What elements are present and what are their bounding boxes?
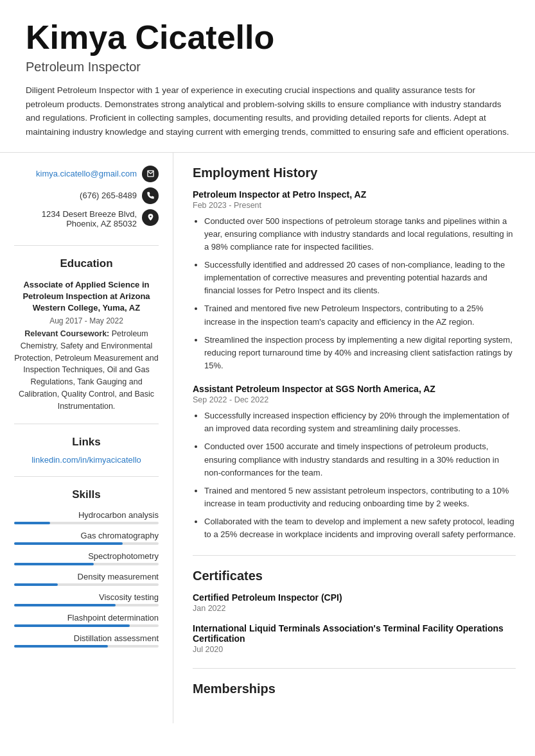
skill-bar-bg — [14, 542, 159, 545]
bullet-item: Collaborated with the team to develop an… — [204, 515, 516, 541]
skill-bar-fill — [14, 522, 50, 524]
content: Employment History Petroleum Inspector a… — [173, 153, 535, 724]
bullet-item: Trained and mentored five new Petroleum … — [204, 302, 516, 328]
skill-bar-fill — [14, 624, 130, 627]
skill-name: Hydrocarbon analysis — [14, 510, 159, 520]
cert-entry: Certified Petroleum Inspector (CPI) Jan … — [193, 592, 516, 613]
email-link[interactable]: kimya.cicatello@gmail.com — [36, 169, 137, 178]
cert-name: International Liquid Terminals Associati… — [193, 623, 516, 644]
education-title: Education — [14, 257, 159, 270]
coursework-label: Relevant Coursework: — [24, 329, 109, 338]
certificates-title: Certificates — [193, 569, 516, 583]
skill-bar-bg — [14, 563, 159, 565]
job-entry: Petroleum Inspector at Petro Inspect, AZ… — [193, 189, 516, 373]
bullet-item: Conducted over 1500 accurate and timely … — [204, 440, 516, 479]
memberships-section: Memberships — [193, 682, 516, 696]
address-text: 1234 Desert Breeze Blvd, Phoenix, AZ 850… — [42, 209, 137, 228]
summary-text: Diligent Petroleum Inspector with 1 year… — [26, 83, 509, 139]
job-entry: Assistant Petroleum Inspector at SGS Nor… — [193, 384, 516, 541]
skill-bar-bg — [14, 645, 159, 648]
location-icon — [142, 209, 159, 226]
cert-name: Certified Petroleum Inspector (CPI) — [193, 592, 516, 603]
skill-bar-fill — [14, 583, 58, 586]
job-bullets: Successfully increased inspection effici… — [193, 409, 516, 541]
edu-degree: Associate of Applied Science in Petroleu… — [14, 279, 159, 314]
linkedin-item: linkedin.com/in/kimyacicatello — [14, 455, 159, 465]
skill-bar-fill — [14, 604, 116, 606]
cert-entry: International Liquid Terminals Associati… — [193, 623, 516, 654]
skill-name: Spectrophotometry — [14, 551, 159, 561]
skill-name: Gas chromatography — [14, 531, 159, 540]
job-bullets: Conducted over 500 inspections of petrol… — [193, 215, 516, 373]
divider-2 — [193, 668, 516, 669]
skill-bar-bg — [14, 624, 159, 627]
email-item: kimya.cicatello@gmail.com — [14, 166, 159, 182]
address-item: 1234 Desert Breeze Blvd, Phoenix, AZ 850… — [14, 209, 159, 228]
links-block: Links linkedin.com/in/kimyacicatello — [14, 436, 159, 477]
linkedin-link[interactable]: linkedin.com/in/kimyacicatello — [31, 455, 141, 465]
contact-block: kimya.cicatello@gmail.com (676) 265-8489… — [14, 166, 159, 246]
phone-text: (676) 265-8489 — [80, 191, 137, 200]
skills-block: Skills Hydrocarbon analysis Gas chromato… — [14, 488, 159, 648]
skill-bar-bg — [14, 604, 159, 606]
employment-section: Employment History Petroleum Inspector a… — [193, 166, 516, 542]
skill-bar-bg — [14, 522, 159, 524]
email-icon — [142, 166, 159, 182]
skill-bar-fill — [14, 563, 94, 565]
top-section: Kimya Cicatello Petroleum Inspector Dili… — [0, 0, 535, 153]
cert-date: Jul 2020 — [193, 645, 516, 654]
phone-icon — [142, 187, 159, 204]
skill-item: Gas chromatography — [14, 531, 159, 545]
divider-1 — [193, 555, 516, 556]
skills-title: Skills — [14, 488, 159, 501]
skill-item: Viscosity testing — [14, 592, 159, 606]
skill-bar-fill — [14, 645, 108, 648]
coursework-text: Petroleum Chemistry, Safety and Environm… — [14, 329, 158, 411]
jobs-list: Petroleum Inspector at Petro Inspect, AZ… — [193, 189, 516, 542]
sidebar: kimya.cicatello@gmail.com (676) 265-8489… — [0, 153, 173, 724]
skill-item: Density measurement — [14, 572, 159, 586]
skill-name: Density measurement — [14, 572, 159, 581]
employment-title: Employment History — [193, 166, 516, 180]
skill-item: Hydrocarbon analysis — [14, 510, 159, 524]
skill-name: Viscosity testing — [14, 592, 159, 602]
job-title: Assistant Petroleum Inspector at SGS Nor… — [193, 384, 516, 394]
certs-list: Certified Petroleum Inspector (CPI) Jan … — [193, 592, 516, 654]
education-entry: Associate of Applied Science in Petroleu… — [14, 279, 159, 413]
bullet-item: Conducted over 500 inspections of petrol… — [204, 215, 516, 253]
job-dates: Sep 2022 - Dec 2022 — [193, 395, 516, 404]
education-block: Education Associate of Applied Science i… — [14, 257, 159, 425]
bullet-item: Successfully increased inspection effici… — [204, 409, 516, 435]
cert-date: Jan 2022 — [193, 604, 516, 613]
links-title: Links — [14, 436, 159, 449]
candidate-title: Petroleum Inspector — [26, 60, 509, 74]
bullet-item: Trained and mentored 5 new assistant pet… — [204, 485, 516, 510]
skill-name: Distillation assessment — [14, 633, 159, 643]
edu-dates: Aug 2017 - May 2022 — [14, 316, 159, 325]
bullet-item: Streamlined the inspection process by im… — [204, 334, 516, 372]
phone-item: (676) 265-8489 — [14, 187, 159, 204]
bullet-item: Successfully identified and addressed 20… — [204, 259, 516, 297]
job-title: Petroleum Inspector at Petro Inspect, AZ — [193, 189, 516, 200]
skill-item: Spectrophotometry — [14, 551, 159, 565]
skill-item: Flashpoint determination — [14, 613, 159, 627]
skills-list: Hydrocarbon analysis Gas chromatography … — [14, 510, 159, 648]
skill-bar-fill — [14, 542, 123, 545]
skill-item: Distillation assessment — [14, 633, 159, 648]
certificates-section: Certificates Certified Petroleum Inspect… — [193, 569, 516, 654]
candidate-name: Kimya Cicatello — [26, 19, 509, 56]
main-layout: kimya.cicatello@gmail.com (676) 265-8489… — [0, 153, 535, 724]
edu-coursework: Relevant Coursework: Petroleum Chemistry… — [14, 328, 159, 412]
skill-name: Flashpoint determination — [14, 613, 159, 623]
memberships-title: Memberships — [193, 682, 516, 696]
job-dates: Feb 2023 - Present — [193, 201, 516, 210]
skill-bar-bg — [14, 583, 159, 586]
